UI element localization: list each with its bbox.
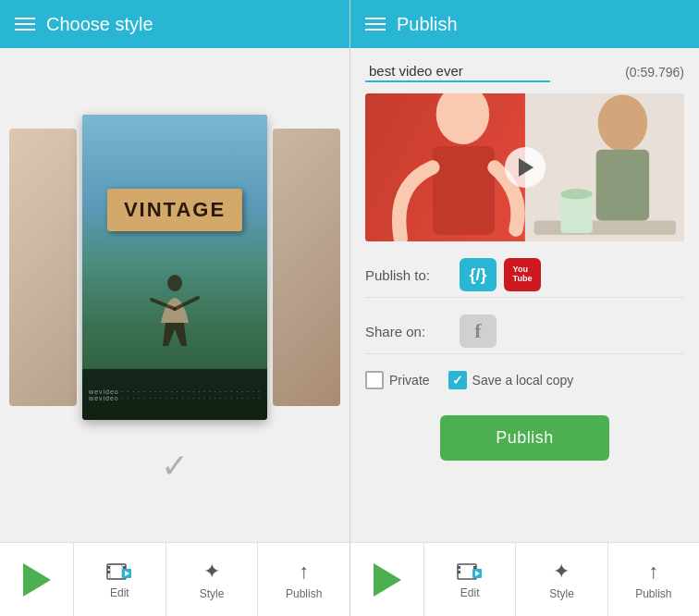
save-local-checkbox[interactable]: ✓: [448, 371, 467, 389]
svg-point-16: [560, 189, 593, 200]
youtube-publish-btn[interactable]: YouTube: [504, 258, 541, 291]
style-card-right[interactable]: [273, 129, 340, 406]
left-toolbar-items: Edit ✦ Style ↑ Publish: [74, 543, 350, 617]
style-content: VINTAGE wevideo · · · · · · · · · · · ·: [0, 48, 350, 542]
left-header: Choose style: [0, 0, 350, 48]
right-edit-label: Edit: [460, 586, 480, 599]
right-style-label: Style: [549, 587, 574, 600]
left-toolbar-publish[interactable]: ↑ Publish: [258, 543, 350, 617]
right-header-title: Publish: [397, 14, 458, 35]
right-edit-film-icon: [457, 561, 483, 583]
svg-rect-6: [110, 564, 122, 579]
left-header-title: Choose style: [46, 14, 153, 35]
right-panel: Publish (0:59.796): [350, 0, 699, 616]
watermark-bar: wevideo · · · · · · · · · · · · · · · · …: [82, 369, 267, 420]
video-title-input[interactable]: [365, 61, 550, 82]
play-icon: [519, 158, 533, 177]
style-card-main[interactable]: VINTAGE wevideo · · · · · · · · · · · ·: [82, 115, 267, 420]
right-bottom-toolbar: Edit ✦ Style ↑ Publish: [350, 542, 699, 616]
edit-film-icon: [106, 561, 132, 583]
checkmark-area: ✓: [161, 438, 189, 494]
right-play-triangle-icon: [374, 563, 401, 597]
svg-point-0: [167, 275, 182, 291]
style-cards-area: VINTAGE wevideo · · · · · · · · · · · ·: [9, 96, 340, 438]
video-title-row: (0:59.796): [365, 61, 684, 82]
svg-rect-15: [560, 194, 593, 233]
girl-silhouette-icon: [142, 272, 207, 364]
left-publish-label: Publish: [286, 587, 322, 600]
share-on-row: Share on: f: [365, 309, 684, 354]
video-thumbnail[interactable]: [365, 93, 684, 241]
left-bottom-toolbar: Edit ✦ Style ↑ Publish: [0, 542, 350, 616]
facebook-share-btn[interactable]: f: [460, 314, 497, 348]
left-style-label: Style: [200, 587, 225, 600]
right-hamburger-icon[interactable]: [365, 18, 386, 31]
right-play-button[interactable]: [350, 543, 424, 616]
play-triangle-icon: [23, 563, 51, 597]
play-overlay[interactable]: [505, 147, 546, 188]
svg-rect-14: [595, 150, 649, 221]
right-toolbar-items: Edit ✦ Style ↑ Publish: [424, 543, 699, 617]
vintage-sign-text: VINTAGE: [124, 198, 226, 221]
thumb-person-svg: [365, 93, 525, 241]
save-local-label: Save a local copy: [472, 373, 574, 388]
thumbnail-inner: [365, 93, 684, 241]
left-play-button[interactable]: [0, 543, 74, 616]
right-toolbar-edit[interactable]: Edit: [424, 543, 516, 617]
svg-rect-19: [458, 571, 460, 573]
publish-upload-icon: ↑: [299, 560, 309, 584]
watermark-text: wevideo · · · · · · · · · · · · · · · · …: [89, 388, 261, 401]
thumbnail-left-half: [365, 93, 525, 241]
private-checkbox-item[interactable]: Private: [365, 371, 430, 389]
left-toolbar-style[interactable]: ✦ Style: [166, 543, 259, 617]
wevideo-publish-btn[interactable]: {/}: [460, 258, 497, 291]
right-header: Publish: [350, 0, 699, 48]
left-toolbar-edit[interactable]: Edit: [74, 543, 166, 617]
checkbox-check-icon: ✓: [452, 373, 463, 388]
private-label: Private: [389, 373, 430, 388]
svg-rect-2: [107, 566, 110, 569]
svg-rect-3: [107, 571, 110, 573]
right-publish-label: Publish: [635, 587, 671, 600]
youtube-icon: YouTube: [513, 265, 533, 284]
svg-rect-12: [533, 221, 675, 235]
publish-to-label: Publish to:: [365, 267, 448, 283]
right-style-wand-icon: ✦: [553, 560, 570, 584]
style-card-left[interactable]: [9, 129, 77, 406]
selected-checkmark-icon: ✓: [161, 447, 189, 486]
share-on-icons: f: [460, 314, 497, 348]
facebook-icon: f: [474, 319, 481, 343]
publish-button-area: Publish: [365, 415, 684, 461]
style-wand-icon: ✦: [203, 560, 220, 584]
publish-content: (0:59.796): [350, 48, 699, 542]
private-checkbox[interactable]: [365, 371, 384, 389]
publish-to-icons: {/} YouTube: [460, 258, 541, 291]
svg-rect-4: [123, 566, 126, 569]
left-edit-label: Edit: [110, 586, 129, 599]
right-toolbar-style[interactable]: ✦ Style: [516, 543, 607, 617]
vintage-card-inner: VINTAGE wevideo · · · · · · · · · · · ·: [82, 115, 267, 420]
share-on-label: Share on:: [365, 324, 448, 339]
svg-rect-18: [458, 566, 460, 569]
right-publish-upload-icon: ↑: [648, 560, 658, 584]
thumb-right-svg: [525, 93, 685, 241]
video-duration: (0:59.796): [625, 65, 684, 80]
left-panel: Choose style VINTAGE: [0, 0, 350, 616]
checkboxes-row: Private ✓ Save a local copy: [365, 365, 684, 395]
thumbnail-right-half: [525, 93, 685, 241]
vintage-sign: VINTAGE: [107, 189, 242, 231]
hamburger-menu-icon[interactable]: [15, 18, 35, 31]
save-local-checkbox-item[interactable]: ✓ Save a local copy: [448, 371, 574, 389]
publish-button[interactable]: Publish: [440, 415, 609, 461]
wevideo-icon: {/}: [469, 265, 486, 285]
svg-rect-20: [473, 566, 476, 569]
publish-to-row: Publish to: {/} YouTube: [365, 253, 684, 298]
svg-rect-10: [433, 146, 495, 235]
svg-point-13: [597, 94, 647, 151]
right-toolbar-publish[interactable]: ↑ Publish: [608, 543, 699, 617]
